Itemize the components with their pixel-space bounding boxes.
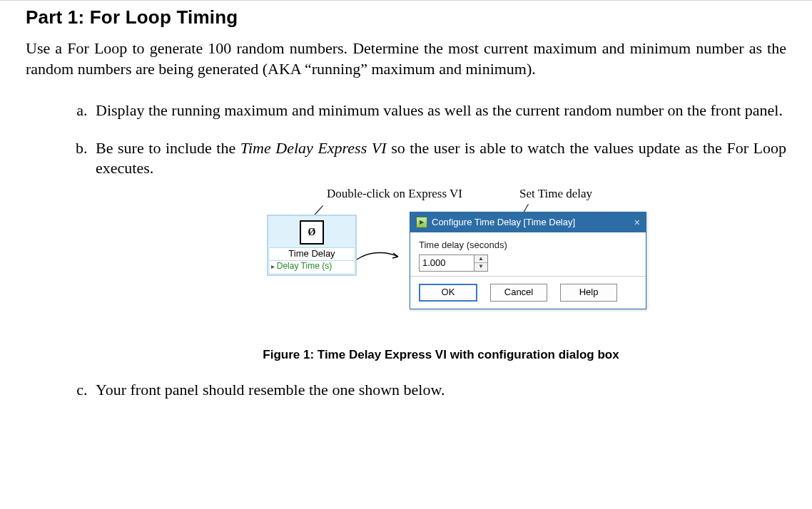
item-a: Display the running maximum and minimum … — [91, 101, 786, 121]
spinner-buttons: ▲ ▼ — [474, 254, 488, 272]
page-heading: Part 1: For Loop Timing — [26, 6, 786, 29]
item-b-emphasis: Time Delay Express VI — [240, 139, 387, 157]
config-dialog: Configure Time Delay [Time Delay] × Time… — [410, 212, 646, 309]
intro-paragraph: Use a For Loop to generate 100 random nu… — [26, 38, 786, 79]
dialog-body: Time delay (seconds) ▲ ▼ — [410, 232, 646, 276]
dialog-actions: OK Cancel Help — [410, 276, 646, 309]
ok-button[interactable]: OK — [419, 284, 477, 302]
hourglass-icon: Ø — [300, 220, 324, 245]
close-icon[interactable]: × — [634, 216, 640, 229]
vi-param: Delay Time (s) — [270, 261, 354, 274]
dialog-title-text: Configure Time Delay [Time Delay] — [432, 217, 575, 229]
spinner-down-button[interactable]: ▼ — [474, 263, 487, 270]
time-delay-input[interactable] — [419, 254, 474, 272]
field-label: Time delay (seconds) — [419, 240, 637, 252]
dialog-titlebar: Configure Time Delay [Time Delay] × — [410, 212, 646, 232]
document-page: Part 1: For Loop Timing Use a For Loop t… — [0, 0, 812, 432]
item-c: Your front panel should resemble the one… — [91, 380, 786, 401]
time-delay-input-wrap: ▲ ▼ — [419, 254, 490, 272]
cancel-button[interactable]: Cancel — [490, 284, 547, 302]
annotation-set-delay: Set Time delay — [519, 186, 592, 202]
express-vi-block: Ø Time Delay Delay Time (s) — [267, 215, 357, 276]
vi-icon-row: Ø — [270, 217, 354, 247]
figure-caption: Figure 1: Time Delay Express VI with con… — [96, 347, 786, 363]
annotation-double-click: Double-click on Express VI — [327, 186, 462, 202]
item-list: Display the running maximum and minimum … — [26, 101, 786, 400]
figure-wrapper: Double-click on Express VI Set Time dela… — [220, 186, 662, 343]
vi-title: Time Delay — [270, 247, 354, 261]
item-b-text-pre: Be sure to include the — [96, 139, 240, 157]
arrow-icon — [355, 249, 405, 263]
spinner-up-button[interactable]: ▲ — [474, 255, 487, 263]
help-button[interactable]: Help — [560, 284, 617, 302]
item-b: Be sure to include the Time Delay Expres… — [91, 138, 786, 363]
play-icon — [416, 217, 427, 228]
